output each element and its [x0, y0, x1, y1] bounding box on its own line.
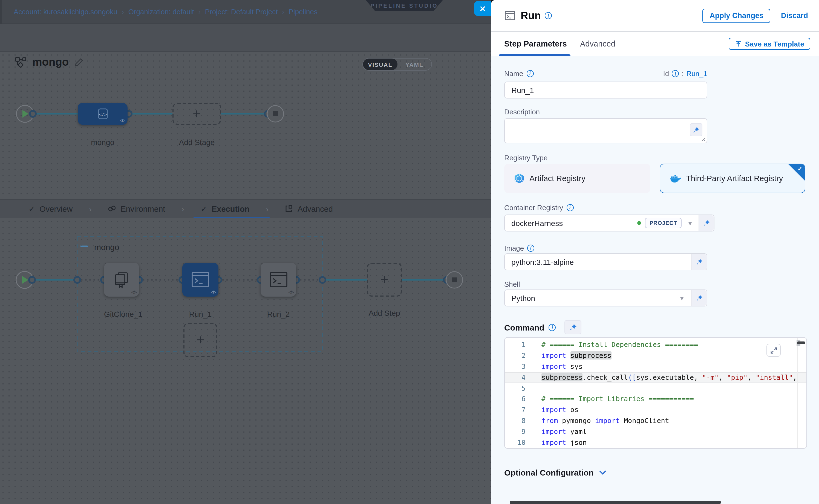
code-line[interactable]: 6# ====== Import Libraries ===========: [505, 394, 806, 405]
info-icon[interactable]: i: [566, 204, 574, 211]
step-node-run2[interactable]: </>: [260, 263, 296, 297]
add-stage-label[interactable]: Add Stage: [172, 138, 221, 147]
environment-icon: [108, 205, 116, 213]
pipeline-studio-pane: </> </> + mongo Add Stage Account: kuros…: [0, 0, 491, 504]
horizontal-scrollbar-thumb[interactable]: [510, 501, 721, 504]
toggle-visual[interactable]: VISUAL: [363, 59, 397, 70]
container-registry-label: Container Registry i: [504, 204, 819, 212]
stage-label[interactable]: mongo: [78, 138, 128, 147]
run-step-icon: [505, 11, 515, 20]
info-icon[interactable]: i: [527, 245, 534, 252]
resize-handle[interactable]: [701, 137, 706, 142]
stage-code-badge: </>: [120, 118, 125, 123]
artifact-registry-card[interactable]: Artifact Registry: [504, 164, 650, 193]
visual-yaml-toggle[interactable]: VISUAL YAML: [362, 58, 432, 71]
command-code-editor[interactable]: 1# ====== Install Dependencies ========2…: [504, 337, 807, 449]
info-icon[interactable]: i: [672, 70, 679, 77]
name-input[interactable]: Run_1: [504, 82, 707, 99]
runtime-input-pin-button[interactable]: [690, 123, 702, 136]
breadcrumb-separator: ›: [282, 8, 284, 16]
step-label[interactable]: Run_2: [260, 310, 296, 318]
code-line[interactable]: 3import sys: [505, 361, 806, 372]
third-party-registry-card-selected[interactable]: Third-Party Artifact Registry ✓: [660, 164, 805, 193]
breadcrumb-account[interactable]: Account: kurosakiichigo.songoku: [14, 8, 117, 16]
info-icon[interactable]: i: [549, 324, 556, 331]
toggle-yaml[interactable]: YAML: [397, 59, 432, 70]
command-label: Command: [504, 323, 545, 332]
code-line[interactable]: 10import json: [505, 437, 806, 448]
close-drawer-button[interactable]: ✕: [474, 1, 491, 16]
chevron-right-icon: ›: [181, 204, 184, 213]
stage-node-mongo[interactable]: </> </>: [78, 103, 128, 125]
tab-environment[interactable]: Environment: [108, 204, 165, 213]
chevron-down-icon: ▼: [679, 295, 685, 301]
nav-sliver: [0, 0, 2, 24]
tab-advanced[interactable]: Advanced: [285, 204, 333, 213]
docker-icon: [670, 174, 681, 183]
info-icon[interactable]: i: [545, 12, 552, 19]
description-textarea[interactable]: [504, 118, 707, 143]
chevron-down-icon: [599, 470, 607, 475]
breadcrumb-pipelines[interactable]: Pipelines: [289, 8, 318, 16]
code-line[interactable]: 8from pymongo import MongoClient: [505, 415, 806, 426]
runtime-input-pin-button[interactable]: [691, 254, 707, 270]
code-line[interactable]: 1# ====== Install Dependencies ========: [505, 339, 806, 350]
plus-icon: +: [184, 324, 216, 356]
shell-select[interactable]: Python ▼: [504, 289, 707, 306]
editor-scrollbar-track: [797, 338, 797, 448]
step-node-run1-selected[interactable]: </>: [182, 263, 218, 297]
image-input[interactable]: python:3.11-alpine: [504, 253, 707, 270]
svg-text:</>: </>: [99, 112, 107, 117]
expand-editor-button[interactable]: [766, 344, 781, 357]
check-icon: ✓: [28, 204, 35, 213]
stage-graph-canvas[interactable]: </> </> + mongo Add Stage: [0, 52, 491, 199]
pin-icon: [703, 219, 710, 227]
tab-execution[interactable]: ✓ Execution: [201, 204, 250, 213]
step-node-gitclone[interactable]: </>: [104, 263, 139, 297]
stage-tabs: ✓ Overview › Environment › ✓ Execution ›: [0, 199, 491, 218]
code-line[interactable]: 5: [505, 383, 806, 394]
optional-configuration-toggle[interactable]: Optional Configuration: [504, 468, 594, 477]
artifact-registry-icon: [514, 173, 525, 184]
breadcrumb: Account: kurosakiichigo.songoku›Organiza…: [14, 8, 317, 16]
tab-step-parameters[interactable]: Step Parameters: [504, 39, 567, 48]
git-clone-icon: [113, 271, 130, 288]
step-code-badge: </>: [288, 289, 293, 295]
add-step-button[interactable]: +: [367, 263, 402, 297]
pin-icon: [696, 294, 703, 302]
runtime-input-pin-button[interactable]: [699, 215, 714, 231]
code-line[interactable]: 4subprocess.check_call([sys.executable, …: [505, 372, 806, 383]
check-icon: ✓: [201, 204, 207, 213]
description-label: Description: [504, 108, 819, 116]
info-icon[interactable]: i: [527, 70, 534, 77]
edit-pencil-icon[interactable]: [74, 58, 83, 66]
breadcrumb-org[interactable]: Organization: default: [128, 8, 194, 16]
code-line[interactable]: 9import yaml: [505, 426, 806, 437]
step-group-label[interactable]: mongo: [94, 242, 119, 252]
tab-overview[interactable]: ✓ Overview: [28, 204, 73, 213]
check-icon: ✓: [798, 165, 803, 172]
code-line[interactable]: 7import os: [505, 405, 806, 416]
container-registry-select[interactable]: dockerHarness PROJECT ▼: [504, 215, 714, 231]
editor-scrollbar-dark-thumb[interactable]: [797, 341, 805, 344]
code-line[interactable]: 2import subprocess: [505, 350, 806, 361]
runtime-input-pin-button[interactable]: [691, 290, 707, 306]
plus-icon: +: [173, 104, 220, 124]
tab-advanced-drawer[interactable]: Advanced: [580, 39, 615, 48]
chevron-right-icon: ›: [266, 204, 268, 213]
save-as-template-button[interactable]: Save as Template: [729, 38, 810, 50]
runtime-input-pin-button[interactable]: [565, 320, 582, 334]
add-step-label[interactable]: Add Step: [367, 309, 402, 317]
execution-graph-canvas[interactable]: mongo </> </>: [0, 218, 491, 504]
step-label[interactable]: Run_1: [182, 310, 218, 318]
discard-button[interactable]: Discard: [781, 11, 808, 20]
add-stage-button[interactable]: +: [172, 103, 221, 125]
stage-build-icon: </>: [96, 107, 109, 120]
terminal-icon: [191, 271, 210, 288]
add-parallel-step-button[interactable]: +: [183, 323, 217, 357]
step-label[interactable]: GitClone_1: [104, 310, 139, 318]
step-id: Id i : Run_1: [663, 69, 707, 78]
breadcrumb-project[interactable]: Project: Default Project: [205, 8, 278, 16]
apply-changes-button[interactable]: Apply Changes: [702, 8, 771, 23]
image-label: Image i: [504, 244, 819, 252]
